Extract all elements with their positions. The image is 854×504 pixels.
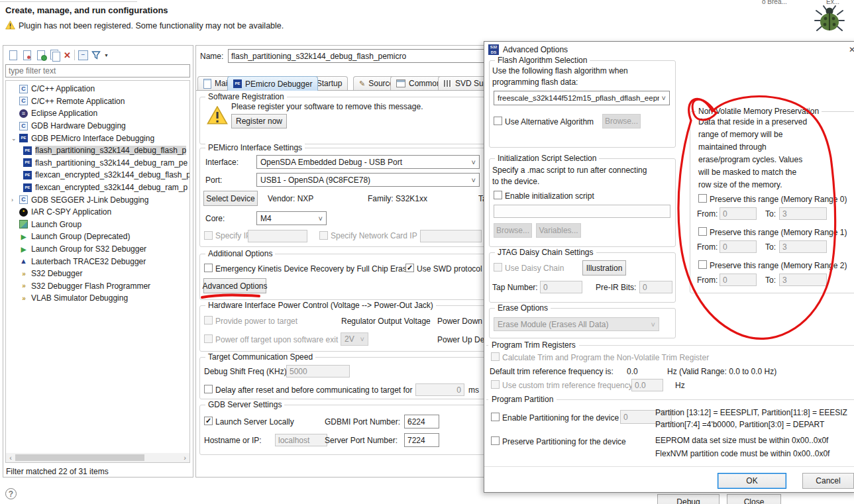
specify-ip-field[interactable]	[248, 230, 307, 242]
tree-item[interactable]: PEflash_partitioning_s32k144_debug_ram_p…	[6, 157, 189, 170]
specify-network-checkbox[interactable]	[319, 231, 328, 240]
range1-from-field[interactable]	[720, 240, 757, 253]
partition-note-1: Partition [13:12] = EEESPLIT, Partition[…	[655, 408, 847, 417]
power-off-checkbox[interactable]	[204, 334, 213, 343]
use-alternative-checkbox[interactable]	[494, 117, 502, 125]
specify-ip-checkbox[interactable]	[204, 231, 213, 240]
eclipse-icon: ≡	[19, 109, 28, 118]
advanced-options-button[interactable]: Advanced Options	[203, 278, 266, 293]
tree-item[interactable]: »S32 Debugger Flash Programmer	[6, 280, 189, 293]
port-combo[interactable]: USB1 - OpenSDA (9C8FCE78)˅	[256, 173, 480, 187]
filter-icon[interactable]	[91, 50, 101, 60]
pemicro-icon: PE	[23, 158, 32, 167]
debug-freq-field[interactable]	[286, 365, 350, 378]
tree-item[interactable]: ▶Launch Group for S32 Debugger	[6, 243, 189, 256]
enable-partitioning-checkbox[interactable]	[491, 413, 500, 421]
calculate-trim-checkbox[interactable]	[491, 352, 500, 361]
gdbmi-port-field[interactable]	[404, 415, 439, 428]
custom-trim-checkbox[interactable]	[491, 380, 500, 389]
range2-from-field[interactable]	[720, 274, 757, 286]
new-prototype-icon[interactable]	[22, 50, 32, 60]
filter-input[interactable]	[5, 64, 190, 77]
tree-item[interactable]: ▲Lauterbach TRACE32 Debugger	[6, 255, 189, 268]
init-script-path-field[interactable]	[494, 205, 670, 218]
voltage-combo[interactable]: 2V˅	[341, 332, 368, 346]
use-daisy-chain-checkbox[interactable]	[494, 263, 502, 272]
tree-item[interactable]: PEflexcan_encrypted_s32k144_debug_flash_…	[6, 169, 189, 181]
provide-power-checkbox[interactable]	[204, 316, 213, 325]
ok-button[interactable]: OK	[718, 473, 786, 489]
hostname-field[interactable]	[275, 434, 327, 446]
erase-mode-combo[interactable]: Erase Module (Erases All Data)˅	[494, 317, 659, 331]
tree-item[interactable]: •IAR C-SPY Application	[6, 206, 189, 219]
tap-number-label: Tap Number:	[492, 283, 538, 292]
close-button[interactable]: Close	[727, 494, 781, 504]
emergency-recovery-checkbox[interactable]	[204, 264, 213, 272]
cancel-button[interactable]: Cancel	[802, 473, 854, 489]
tree-item[interactable]: Launch Group	[6, 219, 189, 231]
collapse-all-icon[interactable]: −	[78, 50, 88, 60]
tree-item[interactable]: CC/C++ Remote Application	[6, 95, 189, 108]
select-device-button[interactable]: Select Device	[203, 191, 258, 206]
illustration-button[interactable]: Illustration	[582, 260, 626, 276]
preserve-partitioning-label: Preserve Partitioning for the device	[502, 437, 626, 446]
help-icon[interactable]: ?	[5, 488, 17, 499]
preserve-partitioning-checkbox[interactable]	[491, 436, 500, 445]
nvm-desc-line: erase/program cycles. Values	[698, 155, 802, 164]
enable-init-script-checkbox[interactable]	[494, 191, 502, 199]
tree-h-scrollbar[interactable]: ‹ ›	[6, 453, 189, 462]
tree-item[interactable]: »S32 Debugger	[6, 268, 189, 280]
tree-item-selected[interactable]: PEflash_partitioning_s32k144_debug_flash…	[6, 144, 189, 157]
delete-icon[interactable]: ✕	[64, 50, 71, 60]
new-configuration-icon[interactable]	[8, 50, 19, 60]
tree-item[interactable]: PEflexcan_encrypted_s32k144_debug_ram_p	[6, 181, 189, 194]
specify-network-label: Specify Network Card IP	[331, 231, 417, 240]
flash-algorithm-combo[interactable]: freescale_s32k144f512m15_pflash_dflash_e…	[494, 91, 670, 105]
interface-combo[interactable]: OpenSDA Embedded Debug - USB Port˅	[256, 155, 480, 169]
range0-to-field[interactable]	[779, 207, 827, 220]
range2-to-field[interactable]	[779, 274, 827, 286]
expander-closed-icon[interactable]: ›	[11, 197, 19, 203]
alt-browse-button[interactable]: Browse...	[602, 114, 641, 128]
range0-from-field[interactable]	[720, 207, 757, 220]
delay-field[interactable]	[415, 383, 464, 396]
scroll-left-arrow[interactable]: ‹	[6, 454, 15, 462]
specify-network-field[interactable]	[420, 230, 482, 242]
export-configuration-icon[interactable]	[36, 50, 46, 60]
debug-button[interactable]: Debug	[657, 494, 720, 504]
tree-item[interactable]: CGDB Hardware Debugging	[6, 120, 189, 132]
delay-checkbox[interactable]	[204, 385, 213, 393]
scroll-right-arrow[interactable]: ›	[180, 454, 189, 462]
core-combo[interactable]: M4˅	[256, 211, 327, 225]
launch-server-checkbox[interactable]: ✓	[204, 417, 213, 425]
use-alternative-label: Use Alternative Algorithm	[505, 117, 594, 126]
tap-number-field[interactable]	[540, 281, 582, 293]
server-port-field[interactable]	[404, 433, 439, 447]
view-menu-dropdown-icon[interactable]: ▼	[104, 53, 109, 58]
preserve-range0-checkbox[interactable]	[698, 194, 707, 203]
group-title: Additional Options	[205, 249, 275, 258]
s32-flash-icon: »	[19, 281, 28, 290]
init-variables-button[interactable]: Variables...	[536, 223, 581, 238]
tree-item[interactable]: ›CGDB SEGGER J-Link Debugging	[6, 193, 189, 206]
tab-pemicro-debugger[interactable]: PE PEmicro Debugger	[227, 76, 318, 91]
register-now-button[interactable]: Register now	[231, 114, 287, 128]
tree-item[interactable]: ≡Eclipse Application	[6, 107, 189, 120]
use-swd-checkbox[interactable]: ✓	[405, 264, 414, 272]
family-text: Family: S32K1xx	[368, 194, 427, 203]
pre-ir-bits-field[interactable]	[639, 281, 672, 293]
preserve-range2-checkbox[interactable]	[698, 260, 707, 269]
dialog-close-icon[interactable]: ✕	[849, 45, 854, 54]
range1-to-field[interactable]	[779, 240, 827, 253]
tree-item[interactable]: ⌄PEGDB PEMicro Interface Debugging	[6, 132, 189, 144]
tree-item[interactable]: »VLAB Simulator Debugging	[6, 292, 189, 305]
preserve-range1-checkbox[interactable]	[698, 227, 707, 236]
duplicate-icon[interactable]	[50, 50, 60, 60]
custom-trim-field[interactable]	[631, 379, 663, 391]
toolbar-fragment-breakpoints[interactable]: o Brea...	[762, 0, 787, 5]
scroll-thumb[interactable]	[15, 454, 144, 461]
tree-item[interactable]: ▶Launch Group (Deprecated)	[6, 230, 189, 243]
expander-open-icon[interactable]: ⌄	[11, 135, 19, 142]
init-browse-button[interactable]: Browse...	[494, 223, 532, 238]
tree-item[interactable]: CC/C++ Application	[6, 83, 189, 95]
